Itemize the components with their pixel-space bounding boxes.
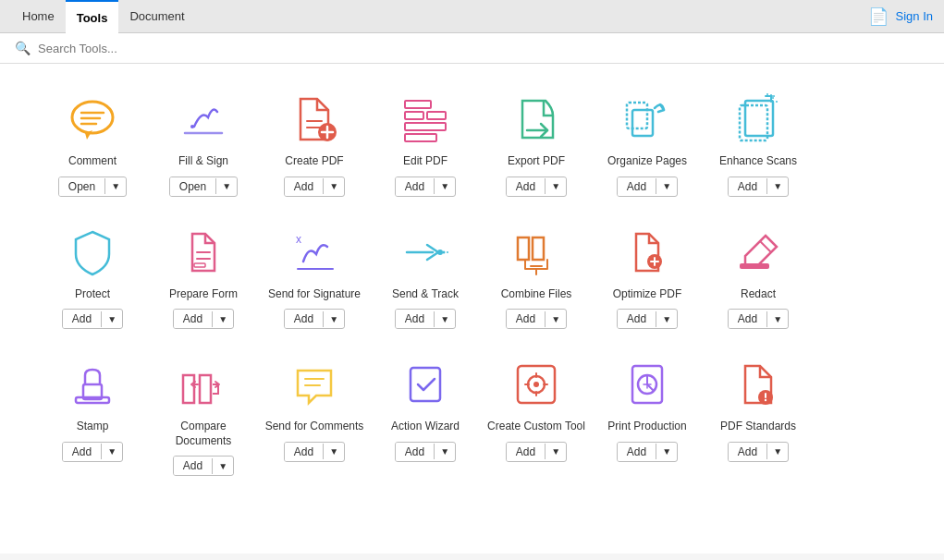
btn-create-pdf[interactable]: Add — [285, 177, 323, 196]
tool-item-edit-pdf: Edit PDFAdd▼ — [370, 82, 481, 206]
btn-arrow-create-pdf[interactable]: ▼ — [323, 178, 344, 194]
btn-group-pdf-standards: Add▼ — [728, 442, 789, 462]
btn-send-signature[interactable]: Add — [285, 310, 323, 328]
btn-arrow-send-track[interactable]: ▼ — [434, 311, 455, 327]
btn-arrow-stamp[interactable]: ▼ — [101, 444, 122, 459]
svg-line-39 — [760, 241, 771, 252]
btn-group-send-signature: Add▼ — [284, 309, 345, 329]
btn-group-edit-pdf: Add▼ — [395, 177, 456, 197]
btn-arrow-edit-pdf[interactable]: ▼ — [434, 178, 455, 194]
tool-item-prepare-form: Prepare FormAdd▼ — [148, 215, 259, 339]
send-track-icon — [398, 225, 453, 280]
nav-tools[interactable]: Tools — [66, 0, 119, 33]
btn-combine-files[interactable]: Add — [507, 310, 545, 328]
tool-name-send-signature: Send for Signature — [268, 287, 361, 302]
btn-export-pdf[interactable]: Add — [507, 177, 545, 196]
tool-name-enhance-scans: Enhance Scans — [719, 154, 797, 169]
btn-compare-docs[interactable]: Add — [174, 457, 212, 475]
btn-optimize-pdf[interactable]: Add — [618, 310, 656, 328]
btn-arrow-action-wizard[interactable]: ▼ — [434, 444, 455, 459]
btn-enhance-scans[interactable]: Add — [729, 177, 766, 196]
btn-organize-pages[interactable]: Add — [618, 177, 656, 196]
btn-group-optimize-pdf: Add▼ — [617, 309, 678, 329]
svg-point-6 — [190, 125, 194, 128]
btn-action-wizard[interactable]: Add — [396, 443, 434, 461]
btn-arrow-export-pdf[interactable]: ▼ — [545, 178, 566, 194]
protect-icon — [65, 225, 120, 280]
btn-group-fill-sign: Open▼ — [169, 177, 238, 197]
optimize-pdf-icon — [619, 225, 675, 280]
btn-arrow-print-production[interactable]: ▼ — [656, 444, 677, 459]
btn-group-combine-files: Add▼ — [506, 309, 567, 329]
btn-arrow-enhance-scans[interactable]: ▼ — [766, 178, 788, 194]
btn-group-organize-pages: Add▼ — [617, 177, 678, 197]
btn-arrow-prepare-form[interactable]: ▼ — [212, 311, 233, 327]
tool-name-send-track: Send & Track — [392, 287, 459, 302]
tool-item-optimize-pdf: Optimize PDFAdd▼ — [592, 215, 703, 339]
svg-point-22 — [772, 97, 774, 99]
pdf-standards-icon — [730, 357, 786, 412]
btn-arrow-compare-docs[interactable]: ▼ — [212, 458, 233, 474]
combine-files-icon — [509, 225, 564, 280]
tool-name-create-custom: Create Custom Tool — [487, 420, 585, 434]
export-pdf-icon — [509, 91, 564, 147]
btn-create-custom[interactable]: Add — [507, 443, 545, 461]
tool-name-redact: Redact — [741, 287, 776, 302]
svg-point-24 — [776, 101, 778, 103]
svg-rect-18 — [627, 103, 647, 128]
create-pdf-icon — [287, 91, 342, 147]
btn-arrow-organize-pages[interactable]: ▼ — [656, 178, 677, 194]
btn-arrow-create-custom[interactable]: ▼ — [545, 444, 566, 459]
btn-prepare-form[interactable]: Add — [174, 310, 212, 328]
btn-arrow-comment[interactable]: ▼ — [104, 178, 126, 194]
btn-fill-sign[interactable]: Open — [170, 177, 215, 196]
sign-in-button[interactable]: Sign In — [896, 9, 933, 23]
tools-row-2: StampAdd▼ Compare DocumentsAdd▼ Send for… — [37, 347, 907, 485]
tool-item-export-pdf: Export PDFAdd▼ — [481, 82, 592, 206]
tool-name-combine-files: Combine Files — [501, 287, 572, 302]
tool-item-combine-files: Combine FilesAdd▼ — [481, 215, 592, 339]
btn-print-production[interactable]: Add — [618, 443, 656, 461]
svg-rect-15 — [405, 123, 446, 130]
btn-group-action-wizard: Add▼ — [395, 442, 456, 462]
tool-item-redact: RedactAdd▼ — [703, 215, 814, 339]
btn-redact[interactable]: Add — [729, 310, 766, 328]
btn-arrow-pdf-standards[interactable]: ▼ — [766, 444, 788, 459]
redact-icon — [730, 225, 786, 280]
btn-send-comments[interactable]: Add — [285, 443, 323, 461]
edit-pdf-icon — [398, 91, 453, 147]
search-input[interactable] — [38, 42, 223, 55]
tool-item-fill-sign: Fill & SignOpen▼ — [148, 82, 259, 206]
tool-name-organize-pages: Organize Pages — [607, 154, 687, 169]
btn-arrow-redact[interactable]: ▼ — [766, 311, 788, 327]
btn-group-export-pdf: Add▼ — [506, 177, 567, 197]
svg-rect-27 — [194, 263, 205, 267]
nav-home[interactable]: Home — [11, 0, 66, 33]
btn-group-send-track: Add▼ — [395, 309, 456, 329]
btn-arrow-protect[interactable]: ▼ — [101, 311, 122, 327]
tool-name-comment: Comment — [68, 154, 116, 169]
btn-group-print-production: Add▼ — [617, 442, 678, 462]
btn-comment[interactable]: Open — [59, 177, 104, 196]
print-production-icon — [619, 357, 675, 412]
nav-document[interactable]: Document — [118, 0, 195, 33]
main-area: CommentOpen▼ Fill & SignOpen▼ Create PDF… — [0, 64, 944, 554]
btn-protect[interactable]: Add — [63, 310, 101, 328]
tools-row-1: ProtectAdd▼ Prepare FormAdd▼ x Send for … — [37, 215, 907, 339]
top-nav: Home Tools Document 📄 Sign In — [0, 0, 944, 33]
create-custom-icon — [509, 357, 564, 412]
btn-arrow-send-comments[interactable]: ▼ — [323, 444, 344, 459]
btn-arrow-fill-sign[interactable]: ▼ — [215, 178, 237, 194]
tool-item-protect: ProtectAdd▼ — [37, 215, 148, 339]
svg-rect-14 — [427, 112, 446, 119]
btn-group-prepare-form: Add▼ — [173, 309, 234, 329]
btn-arrow-combine-files[interactable]: ▼ — [545, 311, 566, 327]
btn-group-create-custom: Add▼ — [506, 442, 567, 462]
btn-group-stamp: Add▼ — [62, 442, 123, 462]
btn-send-track[interactable]: Add — [396, 310, 434, 328]
btn-arrow-send-signature[interactable]: ▼ — [323, 311, 344, 327]
btn-pdf-standards[interactable]: Add — [729, 443, 766, 461]
btn-stamp[interactable]: Add — [63, 443, 101, 461]
btn-arrow-optimize-pdf[interactable]: ▼ — [656, 311, 677, 327]
btn-edit-pdf[interactable]: Add — [396, 177, 434, 196]
